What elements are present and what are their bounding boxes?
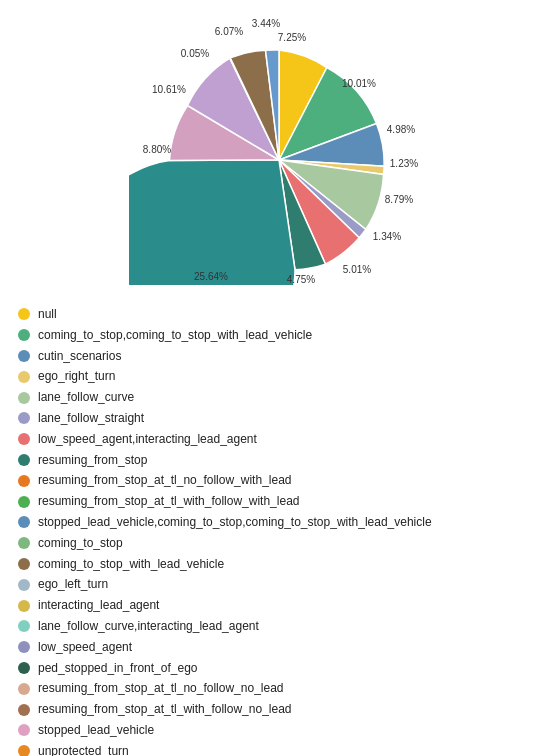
legend-dot [18, 475, 30, 487]
pie-chart: 7.25% 10.01% 4.98% 1.23% 8.79% 1.34% 5.0… [129, 15, 429, 285]
legend-label: lane_follow_curve,interacting_lead_agent [38, 618, 259, 635]
legend-label: coming_to_stop,coming_to_stop_with_lead_… [38, 327, 312, 344]
legend-dot [18, 683, 30, 695]
legend-item: ego_left_turn [18, 576, 540, 593]
legend-label: lane_follow_straight [38, 410, 144, 427]
legend-item: coming_to_stop,coming_to_stop_with_lead_… [18, 327, 540, 344]
legend-dot [18, 620, 30, 632]
legend-label: stopped_lead_vehicle [38, 722, 154, 739]
legend-dot [18, 412, 30, 424]
label-cts: 10.01% [342, 78, 376, 89]
pie-chart-container: 7.25% 10.01% 4.98% 1.23% 8.79% 1.34% 5.0… [10, 10, 548, 290]
legend-item: resuming_from_stop_at_tl_with_follow_wit… [18, 493, 540, 510]
legend-label: stopped_lead_vehicle,coming_to_stop,comi… [38, 514, 432, 531]
label-lfc: 8.79% [385, 194, 413, 205]
legend-label: ego_right_turn [38, 368, 115, 385]
legend-item: cutin_scenarios [18, 348, 540, 365]
label-lsa: 5.01% [343, 264, 371, 275]
legend-item: resuming_from_stop_at_tl_no_follow_no_le… [18, 680, 540, 697]
legend-label: resuming_from_stop_at_tl_with_follow_wit… [38, 493, 299, 510]
label-cutin: 4.98% [387, 124, 415, 135]
legend-label: low_speed_agent,interacting_lead_agent [38, 431, 257, 448]
legend-label: null [38, 306, 57, 323]
legend-label: interacting_lead_agent [38, 597, 159, 614]
legend-item: coming_to_stop_with_lead_vehicle [18, 556, 540, 573]
legend-item: lane_follow_straight [18, 410, 540, 427]
legend-dot [18, 558, 30, 570]
legend-dot [18, 516, 30, 528]
legend-dot [18, 392, 30, 404]
legend-dot [18, 724, 30, 736]
legend-label: ped_stopped_in_front_of_ego [38, 660, 197, 677]
label-05: 0.05% [181, 48, 209, 59]
legend-item: low_speed_agent [18, 639, 540, 656]
legend-item: interacting_lead_agent [18, 597, 540, 614]
legend-label: resuming_from_stop_at_tl_with_follow_no_… [38, 701, 292, 718]
legend-item: stopped_lead_vehicle [18, 722, 540, 739]
label-lfs: 1.34% [373, 231, 401, 242]
legend-dot [18, 745, 30, 756]
legend-label: ego_left_turn [38, 576, 108, 593]
legend-dot [18, 704, 30, 716]
label-rfs: 4.75% [287, 274, 315, 285]
legend-item: lane_follow_curve,interacting_lead_agent [18, 618, 540, 635]
legend-item: resuming_from_stop [18, 452, 540, 469]
legend-label: coming_to_stop_with_lead_vehicle [38, 556, 224, 573]
legend-dot [18, 329, 30, 341]
legend-label: unprotected_turn [38, 743, 129, 756]
legend-dot [18, 433, 30, 445]
legend-dot [18, 308, 30, 320]
legend-dot [18, 454, 30, 466]
legend-item: lane_follow_curve [18, 389, 540, 406]
legend: nullcoming_to_stop,coming_to_stop_with_l… [10, 306, 548, 756]
legend-item: low_speed_agent,interacting_lead_agent [18, 431, 540, 448]
legend-item: unprotected_turn [18, 743, 540, 756]
label-rfstlwfl: 8.80% [143, 144, 171, 155]
label-null: 7.25% [278, 32, 306, 43]
legend-label: resuming_from_stop [38, 452, 147, 469]
legend-dot [18, 600, 30, 612]
label-rfstl: 25.64% [194, 271, 228, 282]
legend-item: resuming_from_stop_at_tl_no_follow_with_… [18, 472, 540, 489]
label-607: 6.07% [215, 26, 243, 37]
legend-label: coming_to_stop [38, 535, 123, 552]
legend-dot [18, 496, 30, 508]
legend-dot [18, 579, 30, 591]
legend-item: ped_stopped_in_front_of_ego [18, 660, 540, 677]
legend-item: null [18, 306, 540, 323]
legend-label: resuming_from_stop_at_tl_no_follow_no_le… [38, 680, 284, 697]
legend-label: lane_follow_curve [38, 389, 134, 406]
legend-label: resuming_from_stop_at_tl_no_follow_with_… [38, 472, 292, 489]
legend-item: stopped_lead_vehicle,coming_to_stop,comi… [18, 514, 540, 531]
label-slv: 10.61% [152, 84, 186, 95]
label-344: 3.44% [252, 18, 280, 29]
legend-dot [18, 371, 30, 383]
legend-item: resuming_from_stop_at_tl_with_follow_no_… [18, 701, 540, 718]
legend-label: low_speed_agent [38, 639, 132, 656]
legend-dot [18, 350, 30, 362]
legend-dot [18, 641, 30, 653]
legend-dot [18, 662, 30, 674]
legend-label: cutin_scenarios [38, 348, 121, 365]
legend-item: coming_to_stop [18, 535, 540, 552]
legend-dot [18, 537, 30, 549]
label-ert: 1.23% [390, 158, 418, 169]
legend-item: ego_right_turn [18, 368, 540, 385]
